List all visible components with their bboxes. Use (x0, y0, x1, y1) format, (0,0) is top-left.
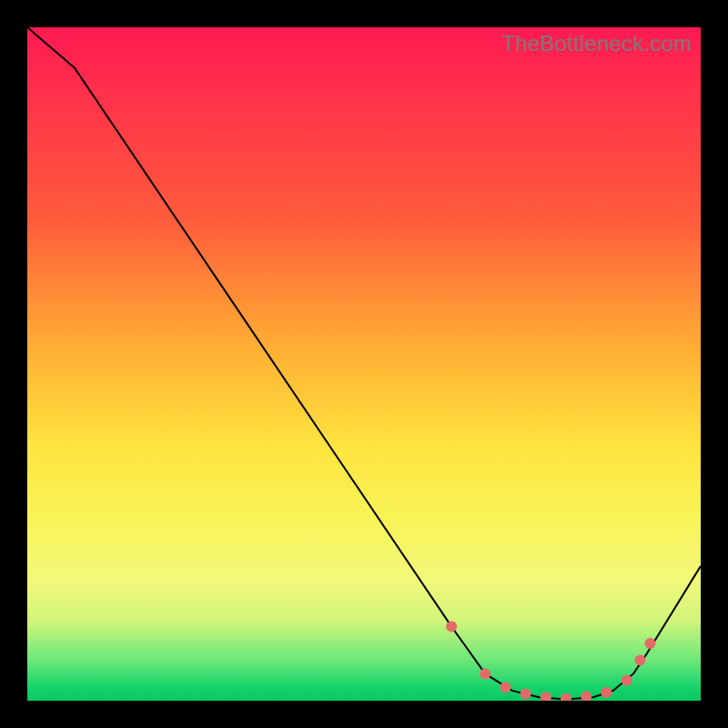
marker-dot (645, 638, 656, 649)
marker-dot (521, 689, 531, 700)
marker-dot (581, 692, 592, 701)
marker-dot (622, 675, 632, 686)
marker-dot (561, 693, 571, 701)
marker-dot (541, 692, 551, 701)
curve-markers (446, 622, 655, 701)
marker-dot (634, 655, 645, 666)
marker-dot (480, 668, 490, 679)
marker-dot (500, 682, 511, 693)
watermark-text: TheBottleneck.com (501, 31, 692, 56)
curve-svg (27, 27, 701, 701)
plot-area: TheBottleneck.com (27, 27, 701, 701)
bottleneck-curve (27, 27, 701, 700)
marker-dot (601, 687, 612, 698)
chart-frame: TheBottleneck.com (0, 0, 728, 728)
marker-dot (446, 622, 457, 632)
